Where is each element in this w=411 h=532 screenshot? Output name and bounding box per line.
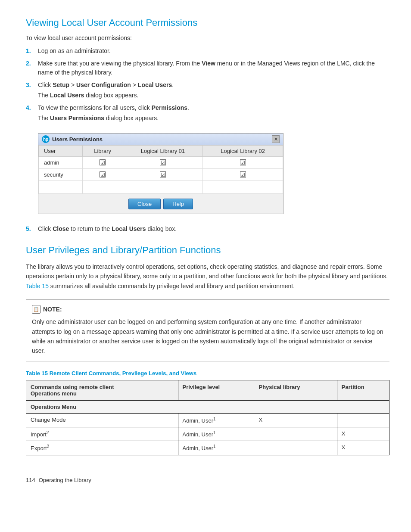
physical-export	[254, 441, 337, 455]
cmd-export: Export2	[26, 441, 178, 455]
physical-import	[254, 427, 337, 441]
physical-change-mode: X	[254, 413, 337, 427]
dialog-titlebar: hp Users Permissions ✕	[38, 134, 283, 145]
col-logical-01: Logical Library 01	[123, 146, 203, 157]
section1-title: Viewing Local User Account Permissions	[26, 17, 389, 28]
step-4: 4. To view the permissions for all users…	[26, 103, 389, 123]
th-partition: Partition	[337, 380, 389, 400]
step-3-content: Click Setup > User Configuration > Local…	[38, 81, 389, 100]
note-icon: 📋	[32, 305, 40, 314]
table-row: Export2 Admin, User1 X	[26, 441, 389, 455]
dialog-title-text: Users Permissions	[52, 136, 103, 143]
th-privilege: Privilege level	[178, 380, 254, 400]
th-commands: Commands using remote clientOperations m…	[26, 380, 178, 400]
table15-link[interactable]: Table 15	[26, 283, 49, 289]
hp-logo-icon: hp	[42, 135, 50, 143]
cmd-change-mode: Change Mode	[26, 413, 178, 427]
close-button[interactable]: Close	[128, 199, 161, 209]
step-1-text: Log on as an administrator.	[38, 47, 389, 56]
col-user: User	[39, 146, 83, 157]
footer-text: Operating the Library	[39, 477, 91, 483]
step-2-text: Make sure that you are viewing the physi…	[38, 59, 389, 77]
step-3: 3. Click Setup > User Configuration > Lo…	[26, 81, 389, 100]
user-security: security	[39, 169, 83, 181]
partition-change-mode	[337, 413, 389, 427]
col-logical-02: Logical Library 02	[203, 146, 283, 157]
partition-import: X	[337, 427, 389, 441]
user-admin: admin	[39, 157, 83, 169]
step-1-num: 1.	[26, 47, 38, 56]
step-5-num: 5.	[26, 224, 38, 233]
table-row	[39, 181, 283, 194]
table-section-row: Operations Menu	[26, 400, 389, 413]
table-row: Import2 Admin, User1 X	[26, 427, 389, 441]
admin-logical01-check: ☑	[123, 157, 203, 169]
section2-body: The library allows you to interactively …	[26, 262, 389, 291]
checkbox-icon: ☑	[160, 159, 166, 165]
page-number: 114	[26, 477, 35, 483]
th-physical: Physical library	[254, 380, 337, 400]
table-row: security ☑ ☑ ☑	[39, 169, 283, 181]
dialog-buttons: Close Help	[38, 194, 283, 214]
note-text: Only one administrator user can be logge…	[32, 317, 383, 356]
note-box: 📋 NOTE: Only one administrator user can …	[26, 299, 389, 361]
step-1: 1. Log on as an administrator.	[26, 47, 389, 56]
dialog-close-icon[interactable]: ✕	[272, 135, 280, 143]
page-footer: 114 Operating the Library	[26, 477, 389, 483]
table-15: Commands using remote clientOperations m…	[26, 380, 389, 455]
steps-list: 1. Log on as an administrator. 2. Make s…	[26, 47, 389, 123]
note-header: 📋 NOTE:	[32, 305, 383, 314]
dialog-body: User Library Logical Library 01 Logical …	[38, 145, 283, 214]
checkbox-icon: ☑	[160, 171, 166, 177]
table-caption: Table 15 Remote Client Commands, Previle…	[26, 370, 389, 376]
operations-menu-label: Operations Menu	[26, 400, 389, 413]
step-5-content: Click Close to return to the Local Users…	[38, 224, 389, 233]
checkbox-icon: ☑	[100, 171, 106, 177]
security-logical01-check: ☑	[123, 169, 203, 181]
permissions-table: User Library Logical Library 01 Logical …	[38, 145, 283, 194]
step-3-num: 3.	[26, 81, 38, 100]
step-5: 5. Click Close to return to the Local Us…	[26, 224, 389, 233]
col-library: Library	[82, 146, 123, 157]
priv-change-mode: Admin, User1	[178, 413, 254, 427]
table-row: Change Mode Admin, User1 X	[26, 413, 389, 427]
section1-intro: To view local user account permissions:	[26, 34, 389, 41]
step-2: 2. Make sure that you are viewing the ph…	[26, 59, 389, 77]
admin-library-check: ☑	[82, 157, 123, 169]
note-label: NOTE:	[43, 306, 62, 313]
security-library-check: ☑	[82, 169, 123, 181]
help-button[interactable]: Help	[163, 199, 193, 209]
cmd-import: Import2	[26, 427, 178, 441]
admin-logical02-check: ☑	[203, 157, 283, 169]
checkbox-icon: ☑	[240, 171, 246, 177]
users-permissions-dialog: hp Users Permissions ✕ User Library Logi…	[38, 133, 283, 214]
partition-export: X	[337, 441, 389, 455]
step-4-content: To view the permissions for all users, c…	[38, 103, 389, 123]
steps-list-continued: 5. Click Close to return to the Local Us…	[26, 224, 389, 233]
priv-export: Admin, User1	[178, 441, 254, 455]
priv-import: Admin, User1	[178, 427, 254, 441]
dialog-title-left: hp Users Permissions	[42, 135, 103, 143]
step-2-num: 2.	[26, 59, 38, 77]
security-logical02-check: ☑	[203, 169, 283, 181]
section2-title: User Privileges and Library/Partition Fu…	[26, 245, 389, 256]
checkbox-icon: ☑	[100, 159, 106, 165]
checkbox-icon: ☑	[240, 159, 246, 165]
step-4-num: 4.	[26, 103, 38, 123]
section2: User Privileges and Library/Partition Fu…	[26, 245, 389, 455]
table-row: admin ☑ ☑ ☑	[39, 157, 283, 169]
